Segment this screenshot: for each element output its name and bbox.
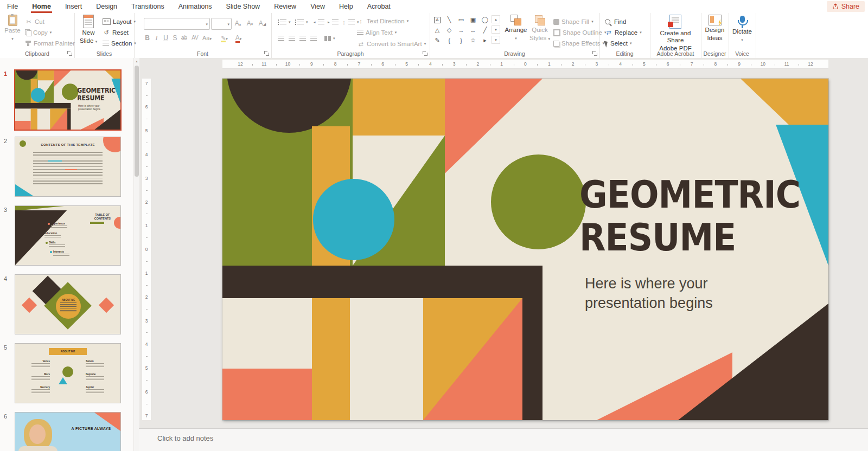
underline-button[interactable]: U [161, 34, 170, 42]
highlight-color-button[interactable]: ✎▾ [220, 34, 229, 43]
quick-styles-button[interactable]: Quick Styles ▾ [528, 15, 551, 42]
tab-review[interactable]: Review [267, 0, 303, 13]
notes-pane[interactable]: Click to add notes [139, 428, 868, 451]
shape-right-brace-icon[interactable]: } [456, 36, 467, 45]
change-case-button[interactable]: Aa▾ [202, 34, 212, 43]
shapes-gallery-more-button[interactable]: ▾ [492, 36, 500, 44]
text-direction-button[interactable]: ↕Text Direction▾ [357, 17, 409, 25]
cut-button[interactable]: ✂ Cut [25, 17, 44, 26]
slide-shape-mustard-rect-top[interactable] [38, 70, 54, 80]
tab-view[interactable]: View [303, 0, 332, 13]
slide-shape-dark-horizontal-bar[interactable] [15, 103, 71, 108]
slide-title-textbox[interactable]: GEOMETRIC RESUME [579, 173, 809, 259]
shape-line-icon[interactable]: ╲ [444, 15, 455, 24]
slide-thumbnail-6[interactable]: A PICTURE ALWAYS [15, 412, 121, 451]
find-button[interactable]: Find [605, 17, 626, 26]
section-button[interactable]: Section ▾ [103, 39, 136, 48]
shape-rectangle-icon[interactable]: ▭ [456, 15, 467, 24]
clipboard-dialog-launcher-icon[interactable] [67, 51, 72, 56]
grow-font-button[interactable]: A▴ [233, 19, 242, 29]
slide-shape-teal-circle[interactable] [313, 179, 394, 260]
create-share-adobe-pdf-button[interactable]: Create and Share Adobe PDF [653, 15, 698, 52]
font-dialog-launcher-icon[interactable] [264, 51, 269, 56]
bold-button[interactable]: B [143, 34, 152, 42]
font-name-combobox[interactable]: ▾ [144, 18, 210, 30]
paste-button[interactable]: Paste ▾ [2, 15, 23, 42]
slide-shape-dark-vertical-bar[interactable] [522, 298, 542, 420]
notes-placeholder[interactable]: Click to add notes [157, 434, 213, 442]
slide-thumbnail-2[interactable]: CONTENTS OF THIS TEMPLATE [15, 137, 121, 197]
slide-subtitle-textbox[interactable]: Here is where your presentation begins [585, 274, 713, 313]
slide-shape-dark-corner-triangle[interactable] [678, 304, 828, 420]
shape-effects-button[interactable]: Shape Effects▾ [553, 39, 604, 48]
tab-transitions[interactable]: Transitions [124, 0, 171, 13]
align-center-button[interactable] [289, 34, 295, 43]
tab-acrobat[interactable]: Acrobat [360, 0, 398, 13]
line-spacing-button[interactable]: ↕▾ [342, 18, 359, 27]
drawing-dialog-launcher-icon[interactable] [592, 51, 597, 56]
replace-button[interactable]: ⇄Replace▾ [605, 28, 642, 37]
shape-textbox-icon[interactable]: A [432, 15, 443, 24]
slide-shape-olive-circle[interactable] [62, 83, 78, 100]
shape-left-brace-icon[interactable]: { [444, 36, 455, 45]
slide-shape-coral-rect-bottom-left[interactable] [15, 121, 31, 130]
text-shadow-button[interactable]: S [170, 34, 180, 42]
shape-freeform-icon[interactable]: ✎ [432, 36, 443, 45]
character-spacing-button[interactable]: AV [190, 34, 200, 42]
shapes-scroll-up-button[interactable]: ▴ [492, 15, 500, 23]
paragraph-dialog-launcher-icon[interactable] [423, 51, 427, 56]
slide-shape-mustard-bar-lower[interactable] [31, 108, 37, 130]
shape-arrow-right-icon[interactable]: → [456, 25, 467, 35]
align-text-button[interactable]: Align Text▾ [357, 28, 397, 37]
thumbnail-panel-scrollbar[interactable]: ▴ [133, 58, 139, 451]
numbering-button[interactable]: ▾ [295, 18, 308, 27]
slide-shape-mustard-bar-lower[interactable] [312, 298, 350, 420]
share-button[interactable]: Share [827, 1, 865, 12]
format-painter-button[interactable]: Format Painter [25, 39, 75, 48]
slide-thumbnail-1[interactable]: GEOMETRIC RESUME Here is where your pres… [14, 69, 122, 131]
convert-to-smartart-button[interactable]: ⇄Convert to SmartArt▾ [357, 40, 426, 48]
dictate-button[interactable]: Dictate ▾ [731, 16, 754, 43]
font-size-combobox[interactable]: ▾ [211, 18, 232, 30]
new-slide-button[interactable]: New Slide ▾ [78, 15, 99, 45]
shape-diamond-icon[interactable]: ◇ [444, 25, 455, 35]
justify-button[interactable] [310, 34, 317, 43]
shrink-font-button[interactable]: A▾ [245, 19, 254, 29]
clear-formatting-button[interactable]: A◢ [258, 19, 267, 29]
columns-button[interactable]: ▾ [324, 34, 335, 43]
shape-arrow-double-icon[interactable]: ↔ [468, 25, 478, 35]
copy-button[interactable]: Copy ▾ [25, 28, 52, 37]
slide-thumbnail-4[interactable]: ABOUT ME [15, 274, 121, 334]
layout-button[interactable]: Layout ▾ [103, 17, 136, 26]
italic-button[interactable]: I [152, 34, 161, 42]
font-color-button[interactable]: A▾ [234, 34, 243, 43]
slide-shape-dark-horizontal-bar[interactable] [222, 266, 542, 298]
design-ideas-button[interactable]: Design Ideas [703, 15, 727, 42]
arrange-button[interactable]: Arrange ▾ [505, 15, 527, 42]
slide-thumbnail-3[interactable]: TABLE OFCONTENTS Experience Education Sk… [15, 205, 121, 266]
tab-file[interactable]: File [0, 0, 25, 13]
shape-more-icon[interactable]: ▸ [480, 36, 490, 45]
slide-shape-dark-vertical-bar[interactable] [67, 108, 71, 130]
shape-diagonal-line-icon[interactable]: ╱ [480, 25, 490, 35]
align-left-button[interactable] [278, 34, 284, 43]
strikethrough-button[interactable]: ab [180, 34, 189, 42]
slide-editing-surface[interactable]: GEOMETRIC RESUME Here is where your pres… [222, 79, 828, 420]
scrollbar-thumb[interactable] [135, 66, 139, 177]
increase-indent-button[interactable]: ▸ [328, 18, 339, 27]
tab-home[interactable]: Home [25, 0, 58, 13]
decrease-indent-button[interactable]: ◂ [314, 18, 324, 27]
slide-title-textbox[interactable]: GEOMETRIC RESUME [77, 87, 117, 101]
tab-design[interactable]: Design [89, 0, 124, 13]
align-right-button[interactable] [299, 34, 306, 43]
shape-oval-icon[interactable]: ◯ [480, 15, 490, 24]
shape-rounded-rectangle-icon[interactable]: ▣ [468, 15, 478, 24]
shape-outline-button[interactable]: Shape Outline▾ [553, 28, 606, 37]
slide-shape-coral-rect-bottom-left[interactable] [222, 369, 312, 420]
tab-insert[interactable]: Insert [58, 0, 89, 13]
select-button[interactable]: Select▾ [605, 39, 631, 48]
reset-button[interactable]: ↺ Reset [103, 28, 129, 37]
tab-animations[interactable]: Animations [171, 0, 219, 13]
slide-subtitle-textbox[interactable]: Here is where your presentation begins [78, 105, 100, 112]
bullets-button[interactable]: ▾ [278, 18, 291, 27]
